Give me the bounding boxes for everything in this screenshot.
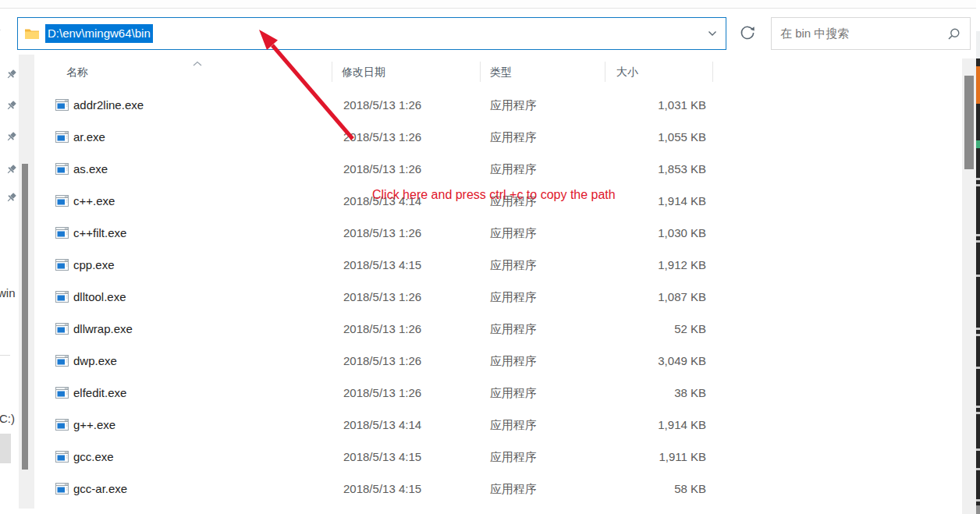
exe-file-icon [55,227,69,239]
file-name: dllwrap.exe [73,313,133,345]
file-row[interactable]: gcc-ar.exe 2018/5/13 4:15 应用程序 58 KB [0,473,961,505]
file-type: 应用程序 [490,153,537,185]
exe-file-icon [55,419,69,431]
file-type: 应用程序 [490,281,537,313]
file-date-modified: 2018/5/13 1:26 [343,313,421,345]
file-row[interactable]: cpp.exe 2018/5/13 4:15 应用程序 1,912 KB [0,249,961,281]
file-size: 1,031 KB [597,89,706,121]
file-name: as.exe [73,153,108,185]
file-type: 应用程序 [490,377,537,409]
pin-icon [5,69,17,81]
file-date-modified: 2018/5/13 1:26 [343,345,421,377]
file-date-modified: 2018/5/13 1:26 [343,121,421,153]
file-row[interactable]: gcc.exe 2018/5/13 4:15 应用程序 1,911 KB [0,441,961,473]
file-name: g++.exe [73,409,115,441]
file-size: 1,911 KB [597,441,706,473]
file-date-modified: 2018/5/13 4:14 [343,409,421,441]
file-type: 应用程序 [490,345,537,377]
column-resize-handle[interactable] [332,62,332,82]
file-name: elfedit.exe [73,377,126,409]
exe-file-icon [55,195,69,207]
file-size: 1,055 KB [597,121,706,153]
file-date-modified: 2018/5/13 1:26 [343,377,421,409]
column-resize-handle[interactable] [480,62,481,82]
list-scrollbar-thumb[interactable] [964,76,974,169]
nav-up-button-fragment[interactable] [0,29,5,40]
file-row[interactable]: dlltool.exe 2018/5/13 1:26 应用程序 1,087 KB [0,281,961,313]
file-type: 应用程序 [490,249,537,281]
refresh-button[interactable] [730,19,765,47]
column-resize-handle[interactable] [605,62,605,82]
file-size: 1,912 KB [597,249,706,281]
file-type: 应用程序 [490,89,537,121]
file-row[interactable]: dllwrap.exe 2018/5/13 1:26 应用程序 52 KB [0,313,961,345]
file-name: dwp.exe [73,345,117,377]
file-type: 应用程序 [490,313,537,345]
file-size: 1,030 KB [597,217,706,249]
file-row[interactable]: c++filt.exe 2018/5/13 1:26 应用程序 1,030 KB [0,217,961,249]
exe-file-icon [55,451,69,463]
folder-icon [24,27,40,40]
file-date-modified: 2018/5/13 4:14 [343,185,421,217]
file-row[interactable]: c++.exe 2018/5/13 4:14 应用程序 1,914 KB [0,185,961,217]
search-icon[interactable] [947,27,960,41]
file-row[interactable]: addr2line.exe 2018/5/13 1:26 应用程序 1,031 … [0,89,961,121]
file-date-modified: 2018/5/13 4:15 [343,441,421,473]
column-header-type[interactable]: 类型 [490,66,512,80]
exe-file-icon [55,387,69,399]
file-row[interactable]: dwp.exe 2018/5/13 1:26 应用程序 3,049 KB [0,345,961,377]
file-row[interactable]: as.exe 2018/5/13 1:26 应用程序 1,853 KB [0,153,961,185]
exe-file-icon [55,99,69,111]
file-name: c++filt.exe [73,217,126,249]
column-header-date[interactable]: 修改日期 [342,66,385,80]
exe-file-icon [55,163,69,175]
file-type: 应用程序 [490,121,537,153]
file-type: 应用程序 [490,185,537,217]
file-size: 52 KB [597,313,706,345]
file-date-modified: 2018/5/13 4:15 [343,249,421,281]
background-window-sliver [976,0,980,514]
file-size: 1,087 KB [597,281,706,313]
file-type: 应用程序 [490,441,537,473]
file-size: 1,853 KB [597,153,706,185]
file-date-modified: 2018/5/13 1:26 [343,153,421,185]
column-resize-handle[interactable] [712,62,713,82]
file-row[interactable]: ar.exe 2018/5/13 1:26 应用程序 1,055 KB [0,121,961,153]
column-header-name[interactable]: 名称 [66,66,88,80]
column-header-size[interactable]: 大小 [616,66,638,80]
address-path-text[interactable]: D:\env\mingw64\bin [45,24,153,43]
file-row[interactable]: g++.exe 2018/5/13 4:14 应用程序 1,914 KB [0,409,961,441]
exe-file-icon [55,291,69,303]
search-box[interactable]: 在 bin 中搜索 [771,17,971,50]
file-date-modified: 2018/5/13 1:26 [343,89,421,121]
sort-ascending-icon [192,56,203,70]
explorer-window: D:\env\mingw64\bin 在 bin 中搜索 [0,0,980,514]
chevron-down-icon [708,30,717,37]
refresh-icon [739,24,756,41]
file-row[interactable]: elfedit.exe 2018/5/13 1:26 应用程序 38 KB [0,377,961,409]
file-list: addr2line.exe 2018/5/13 1:26 应用程序 1,031 … [0,89,961,505]
file-size: 1,914 KB [597,185,706,217]
address-dropdown-button[interactable] [699,18,726,49]
file-size: 1,914 KB [597,409,706,441]
file-name: cpp.exe [73,249,115,281]
file-name: ar.exe [73,121,105,153]
file-type: 应用程序 [490,473,537,505]
file-size: 38 KB [597,377,706,409]
file-date-modified: 2018/5/13 1:26 [343,281,421,313]
exe-file-icon [55,323,69,335]
search-placeholder[interactable]: 在 bin 中搜索 [780,27,947,41]
exe-file-icon [55,259,69,271]
file-name: addr2line.exe [73,89,144,121]
background-window-accent [976,66,980,104]
file-date-modified: 2018/5/13 1:26 [343,217,421,249]
file-name: c++.exe [73,185,115,217]
exe-file-icon [55,355,69,367]
file-size: 58 KB [597,473,706,505]
ribbon-bottom-edge [0,0,980,9]
file-type: 应用程序 [490,409,537,441]
file-name: gcc-ar.exe [73,473,127,505]
file-date-modified: 2018/5/13 4:15 [343,473,421,505]
address-bar[interactable]: D:\env\mingw64\bin [17,17,726,50]
file-name: gcc.exe [73,441,114,473]
